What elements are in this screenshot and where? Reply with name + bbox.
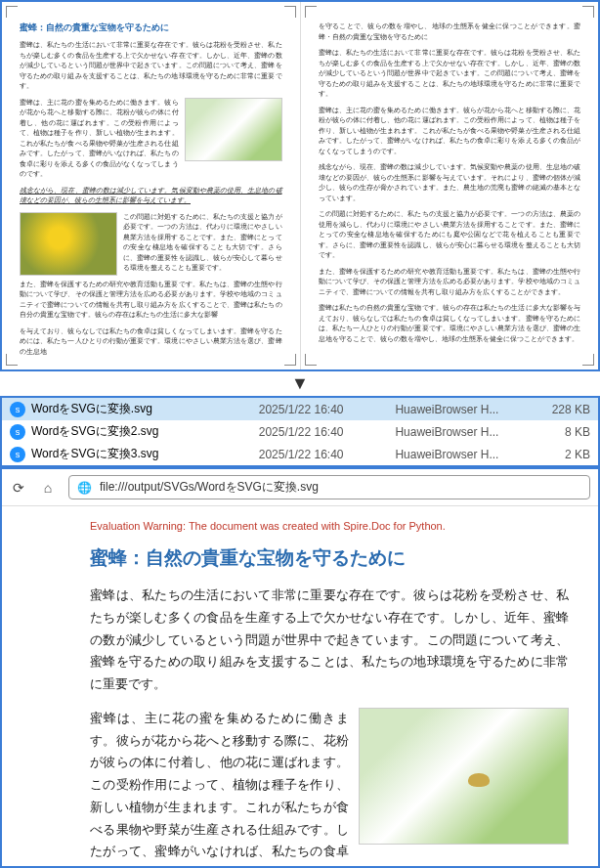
paragraph-underline: 残念ながら、現在、蜜蜂の数は減少しています。気候変動や農薬の使用、生息地の破壊な… <box>20 186 282 206</box>
file-row[interactable]: s WordをSVGに変換2.svg 2025/1/22 16:40 Huawe… <box>2 420 598 443</box>
paragraph: 蜜蜂は私たちの自然の貴重な宝物です。彼らの存在は私たちの生活に多大な影響を与えて… <box>319 303 581 344</box>
home-icon[interactable]: ⌂ <box>39 479 57 497</box>
paragraph: また、蜜蜂を保護するための研究や教育活動も重要です。私たちは、蜜蜂の生態や行動に… <box>319 267 581 298</box>
file-size: 228 KB <box>532 403 590 416</box>
browser-toolbar: ⟳ ⌂ 🌐 file:///output/SVGs/WordをSVGに変換.sv… <box>2 469 598 506</box>
globe-icon: 🌐 <box>77 481 92 495</box>
file-row[interactable]: s WordをSVGに変換.svg 2025/1/22 16:40 Huawei… <box>2 398 598 420</box>
file-list: s WordをSVGに変換.svg 2025/1/22 16:40 Huawei… <box>0 396 600 467</box>
paragraph: を与えており、彼らなしでは私たちの食卓は貧しくなってしまいます。蜜蜂を守るために… <box>20 326 282 358</box>
crop-mark <box>6 354 18 366</box>
file-app: HuaweiBrowser H... <box>395 425 532 439</box>
file-app: HuaweiBrowser H... <box>395 403 532 416</box>
url-text: file:///output/SVGs/WordをSVGに変換.svg <box>100 479 319 496</box>
bee-flower-image <box>185 98 282 161</box>
crop-mark <box>6 6 18 18</box>
svg-file-icon: s <box>10 402 25 417</box>
file-name: WordをSVGに変換2.svg <box>31 423 259 440</box>
arrow-down-icon: ▼ <box>0 371 600 396</box>
url-bar[interactable]: 🌐 file:///output/SVGs/WordをSVGに変換.svg <box>68 475 590 499</box>
crop-mark <box>305 354 317 366</box>
crop-mark <box>582 354 594 366</box>
evaluation-warning: Evaluation Warning: The document was cre… <box>90 520 569 532</box>
file-date: 2025/1/22 16:40 <box>259 403 396 416</box>
svg-file-icon: s <box>10 447 25 462</box>
file-size: 8 KB <box>532 425 590 439</box>
sunflower-image <box>20 212 117 276</box>
file-app: HuaweiBrowser H... <box>395 448 532 461</box>
svg-file-icon: s <box>10 424 25 440</box>
crop-mark <box>284 354 296 366</box>
paragraph: また、蜜蜂を保護するための研究や教育活動も重要です。私たちは、蜜蜂の生態や行動に… <box>20 280 282 321</box>
file-date: 2025/1/22 16:40 <box>259 448 396 461</box>
file-size: 2 KB <box>532 448 590 461</box>
paragraph: 残念ながら、現在、蜜蜂の数は減少しています。気候変動や農薬の使用、生息地の破壊な… <box>319 162 581 203</box>
browser-window: ⟳ ⌂ 🌐 file:///output/SVGs/WordをSVGに変換.sv… <box>0 467 600 868</box>
doc-title: 蜜蜂：自然の貴重な宝物を守るために <box>20 22 282 34</box>
paragraph: 蜜蜂は、私たちの生活において非常に重要な存在です。彼らは花粉を受粉させ、私たちが… <box>319 48 581 100</box>
bee-flower-image <box>359 708 569 845</box>
paragraph: 蜜蜂は、私たちの生活において非常に重要な存在です。彼らは花粉を受粉させ、私たちが… <box>90 585 569 696</box>
paragraph: 蜜蜂は、主に花の蜜を集めるために働きます。彼らが花から花へと移動する際に、花粉が… <box>319 106 581 157</box>
page-1: 蜜蜂：自然の貴重な宝物を守るために 蜜蜂は、私たちの生活において非常に重要な存在… <box>2 2 301 369</box>
crop-mark <box>305 6 317 18</box>
document-preview: 蜜蜂：自然の貴重な宝物を守るために 蜜蜂は、私たちの生活において非常に重要な存在… <box>0 0 600 371</box>
content-title: 蜜蜂：自然の貴重な宝物を守るために <box>90 545 569 571</box>
crop-mark <box>582 6 594 18</box>
crop-mark <box>284 6 296 18</box>
page-2: を守ることで、彼らの数を増やし、地球の生態系を健全に保つことができます。蜜蜂・自… <box>301 2 599 369</box>
file-name: WordをSVGに変換3.svg <box>31 446 259 462</box>
file-date: 2025/1/22 16:40 <box>259 425 396 439</box>
file-name: WordをSVGに変換.svg <box>31 401 259 417</box>
page-content: Evaluation Warning: The document was cre… <box>2 506 598 868</box>
file-row[interactable]: s WordをSVGに変換3.svg 2025/1/22 16:40 Huawe… <box>2 443 598 465</box>
paragraph: この問題に対処するために、私たちの支援と協力が必要です。一つの方法は、農薬の使用… <box>319 209 581 261</box>
paragraph: を守ることで、彼らの数を増やし、地球の生態系を健全に保つことができます。蜜蜂・自… <box>319 22 581 42</box>
refresh-icon[interactable]: ⟳ <box>10 479 27 497</box>
paragraph: 蜜蜂は、私たちの生活において非常に重要な存在です。彼らは花粉を受粉させ、私たちが… <box>20 40 282 92</box>
